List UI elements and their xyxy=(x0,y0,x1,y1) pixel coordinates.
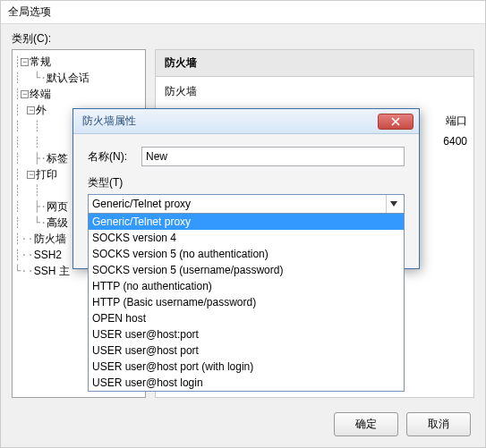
collapse-icon[interactable]: − xyxy=(27,171,35,179)
window-body: 类别(C): ┊−常规 ┊ └·默认会话 ┊−终端 ┊ −外 ┊ ┊ ┊ ┊ ┊… xyxy=(1,24,485,447)
category-label: 类别(C): xyxy=(12,31,474,46)
combo-option[interactable]: SOCKS version 5 (no authentication) xyxy=(89,246,404,262)
combo-option[interactable]: USER user@host port (with login) xyxy=(89,359,404,375)
combo-option[interactable]: OPEN host xyxy=(89,310,404,326)
panel-subtitle: 防火墙 xyxy=(156,77,473,106)
name-label: 名称(N): xyxy=(88,149,141,165)
firewall-properties-dialog: 防火墙属性 名称(N): 类型(T) Generic/Telnet proxy xyxy=(72,108,420,269)
combo-option[interactable]: USER user@host port xyxy=(89,342,404,359)
combo-option[interactable]: HTTP (Basic username/password) xyxy=(89,294,404,310)
port-label: 端口 xyxy=(446,114,467,129)
combo-option[interactable]: Generic/Telnet proxy xyxy=(89,214,404,230)
close-button[interactable] xyxy=(378,114,414,130)
combo-option[interactable]: SOCKS version 5 (username/password) xyxy=(89,262,404,278)
chevron-down-icon[interactable] xyxy=(386,195,400,213)
name-row: 名称(N): xyxy=(88,147,405,166)
close-icon xyxy=(391,117,400,126)
name-input[interactable] xyxy=(141,147,405,166)
global-options-window: 全局选项 类别(C): ┊−常规 ┊ └·默认会话 ┊−终端 ┊ −外 ┊ ┊ … xyxy=(0,0,486,448)
combo-option[interactable]: HTTP (no authentication) xyxy=(89,278,404,294)
combo-option[interactable]: USER user@host:port xyxy=(89,326,404,342)
collapse-icon[interactable]: − xyxy=(27,106,35,114)
tree-item-terminal[interactable]: ┊−终端 xyxy=(14,86,143,102)
modal-title: 防火墙属性 xyxy=(82,114,378,129)
port-value: 6400 xyxy=(443,135,467,148)
type-combo-list: Generic/Telnet proxy SOCKS version 4 SOC… xyxy=(88,214,405,392)
tree-item-default-session[interactable]: ┊ └·默认会话 xyxy=(14,70,143,86)
type-combo-box[interactable]: Generic/Telnet proxy xyxy=(88,194,405,214)
tree-item-general[interactable]: ┊−常规 xyxy=(14,54,143,70)
panel-title: 防火墙 xyxy=(156,50,473,77)
cancel-button[interactable]: 取消 xyxy=(406,412,471,436)
ok-button[interactable]: 确定 xyxy=(334,412,398,436)
modal-titlebar[interactable]: 防火墙属性 xyxy=(73,109,419,134)
window-title: 全局选项 xyxy=(1,1,485,24)
combo-option[interactable]: USER user@host login xyxy=(89,375,404,391)
dialog-buttons: 确定 取消 xyxy=(328,412,471,436)
combo-option[interactable]: SOCKS version 4 xyxy=(89,230,404,246)
type-label: 类型(T) xyxy=(88,175,405,190)
type-combo[interactable]: Generic/Telnet proxy Generic/Telnet prox… xyxy=(88,194,405,214)
modal-body: 名称(N): 类型(T) Generic/Telnet proxy Generi… xyxy=(73,134,419,224)
collapse-icon[interactable]: − xyxy=(21,90,29,98)
type-combo-value: Generic/Telnet proxy xyxy=(92,198,191,210)
collapse-icon[interactable]: − xyxy=(21,58,29,66)
